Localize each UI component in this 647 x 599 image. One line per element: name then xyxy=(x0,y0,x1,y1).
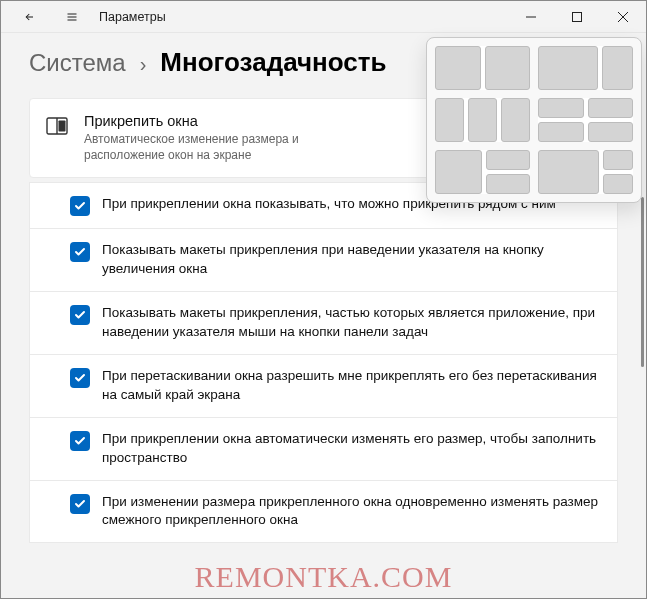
snap-layout-twothirds[interactable] xyxy=(538,46,633,90)
watermark: REMONTKA.COM xyxy=(195,560,453,594)
menu-icon[interactable] xyxy=(51,1,93,33)
section-description: Автоматическое изменение размера и распо… xyxy=(84,131,344,163)
option-label: При изменении размера прикрепленного окн… xyxy=(102,493,601,531)
checkbox[interactable] xyxy=(70,431,90,451)
option-row: Показывать макеты прикрепления, частью к… xyxy=(29,292,618,355)
option-row: При перетаскивании окна разрешить мне пр… xyxy=(29,355,618,418)
snap-layout-half[interactable] xyxy=(435,46,530,90)
snap-windows-icon xyxy=(46,117,68,139)
checkbox[interactable] xyxy=(70,368,90,388)
snap-layout-quarters[interactable] xyxy=(538,98,633,142)
option-row: При изменении размера прикрепленного окн… xyxy=(29,481,618,544)
snap-layout-right-stack[interactable] xyxy=(538,150,633,194)
option-row: При прикреплении окна автоматически изме… xyxy=(29,418,618,481)
option-row: Показывать макеты прикрепления при навед… xyxy=(29,229,618,292)
breadcrumb-parent[interactable]: Система xyxy=(29,49,126,77)
option-label: Показывать макеты прикрепления, частью к… xyxy=(102,304,601,342)
chevron-right-icon: › xyxy=(140,53,147,76)
checkbox[interactable] xyxy=(70,242,90,262)
window-title: Параметры xyxy=(99,10,166,24)
snap-layouts-flyout xyxy=(426,37,642,203)
option-label: Показывать макеты прикрепления при навед… xyxy=(102,241,601,279)
back-button[interactable] xyxy=(9,1,51,33)
checkbox[interactable] xyxy=(70,196,90,216)
checkbox[interactable] xyxy=(70,494,90,514)
minimize-button[interactable] xyxy=(508,1,554,33)
snap-layout-thirds[interactable] xyxy=(435,98,530,142)
checkbox[interactable] xyxy=(70,305,90,325)
option-label: При перетаскивании окна разрешить мне пр… xyxy=(102,367,601,405)
snap-layout-left-stack[interactable] xyxy=(435,150,530,194)
maximize-button[interactable] xyxy=(554,1,600,33)
option-label: При прикреплении окна автоматически изме… xyxy=(102,430,601,468)
close-button[interactable] xyxy=(600,1,646,33)
page-title: Многозадачность xyxy=(160,47,386,78)
scrollbar-thumb[interactable] xyxy=(641,197,644,367)
svg-rect-2 xyxy=(59,121,66,132)
svg-rect-0 xyxy=(573,12,582,21)
